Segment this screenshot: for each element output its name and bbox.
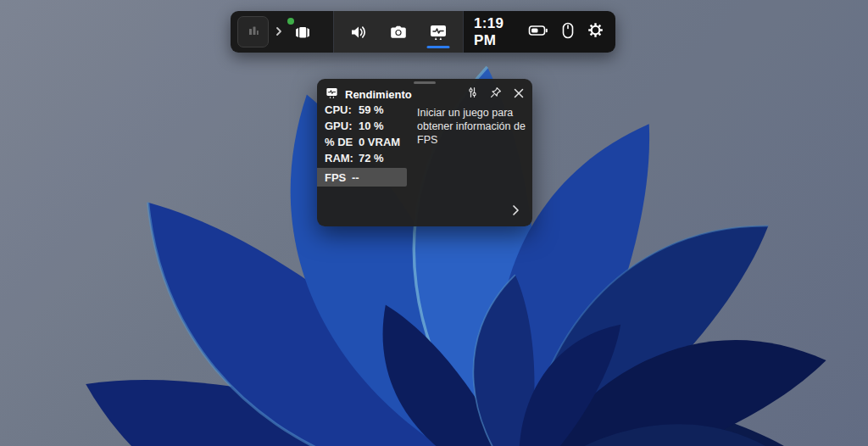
panel-title: Rendimiento xyxy=(345,88,467,101)
stat-row-ram: RAM: 72 % xyxy=(317,150,427,166)
widget-menu-icon xyxy=(292,24,311,41)
stat-label: RAM: xyxy=(325,152,359,164)
stat-value: -- xyxy=(352,171,359,184)
chevron-right-icon xyxy=(512,204,520,220)
toolbar-right-segment: 1:19 PM xyxy=(464,11,615,53)
toolbar-divider xyxy=(333,11,334,53)
battery-icon xyxy=(528,25,548,40)
desktop: 1:19 PM xyxy=(0,0,868,446)
stat-row-cpu: CPU: 59 % xyxy=(317,102,427,118)
pin-button[interactable] xyxy=(490,86,502,102)
toolbar-expand-button[interactable] xyxy=(275,25,283,40)
widgets-home-icon xyxy=(247,24,260,41)
performance-monitor-icon xyxy=(428,23,448,42)
stat-row-fps-selected[interactable]: FPS -- xyxy=(317,168,407,187)
active-widget-indicator xyxy=(426,46,449,48)
audio-button[interactable] xyxy=(346,18,371,47)
gear-icon xyxy=(587,26,604,41)
speaker-icon xyxy=(349,24,368,41)
stat-value: 10 % xyxy=(359,120,384,132)
toolbar-divider xyxy=(463,11,464,53)
close-button[interactable] xyxy=(514,86,524,102)
camera-icon xyxy=(389,24,408,41)
stat-label: GPU: xyxy=(325,120,359,132)
panel-expand-button[interactable] xyxy=(508,204,523,220)
widget-menu-button[interactable] xyxy=(289,18,314,47)
stat-value: 0 VRAM xyxy=(359,136,400,148)
stat-label: CPU: xyxy=(325,103,359,116)
notification-dot xyxy=(287,18,294,25)
stat-label: FPS xyxy=(325,171,352,184)
stat-row-gpu: GPU: 10 % xyxy=(317,118,427,134)
options-button[interactable] xyxy=(467,86,478,102)
close-icon xyxy=(514,86,524,102)
toolbar-middle-segment xyxy=(334,11,463,53)
performance-widget-panel: Rendimiento xyxy=(317,79,532,226)
stat-row-vram: % DE 0 VRAM xyxy=(317,134,427,150)
stat-value: 59 % xyxy=(359,103,384,116)
mouse-icon xyxy=(562,22,574,42)
stat-label: % DE xyxy=(325,136,359,148)
pin-icon xyxy=(490,86,502,102)
toolbar-left-segment xyxy=(231,11,333,53)
clock: 1:19 PM xyxy=(474,15,528,49)
settings-button[interactable] xyxy=(587,22,604,42)
stat-value: 72 % xyxy=(359,152,384,164)
drag-handle[interactable] xyxy=(414,81,436,84)
options-sliders-icon xyxy=(467,86,478,102)
fps-info-message: Iniciar un juego para obtener informació… xyxy=(417,106,527,147)
stats-list: CPU: 59 % GPU: 10 % % DE 0 VRAM RAM: 72 … xyxy=(317,102,427,187)
widgets-home-button[interactable] xyxy=(237,16,269,47)
chevron-right-icon xyxy=(275,25,283,40)
gamebar-toolbar: 1:19 PM xyxy=(231,11,615,53)
performance-button[interactable] xyxy=(426,11,451,53)
performance-monitor-icon xyxy=(325,86,339,103)
capture-button[interactable] xyxy=(386,18,411,47)
